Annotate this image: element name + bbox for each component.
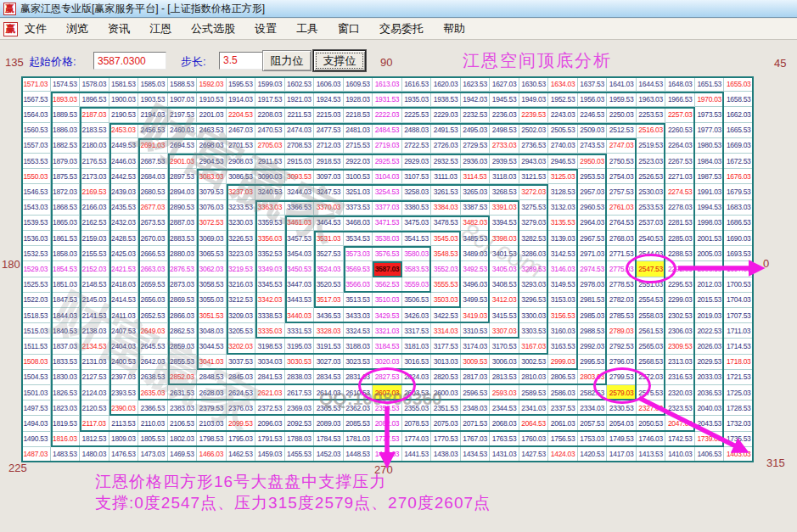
support-button[interactable]: 支撑位 bbox=[313, 50, 366, 71]
grid-cell: 3296.53 bbox=[519, 293, 549, 308]
start-price-input[interactable] bbox=[93, 52, 166, 70]
grid-cell: 3482.03 bbox=[461, 216, 491, 231]
grid-cell: 1704.03 bbox=[724, 293, 754, 308]
grid-cell: 1606.03 bbox=[314, 76, 344, 92]
grid-cell: 2239.53 bbox=[519, 107, 549, 122]
grid-cell: 2432.03 bbox=[109, 216, 139, 231]
grid-cell: 3118.03 bbox=[490, 169, 519, 184]
grid-cell: 3202.03 bbox=[227, 339, 256, 354]
grid-cell: 3254.53 bbox=[373, 184, 402, 199]
grid-cell: 1966.53 bbox=[665, 92, 695, 107]
grid-cell: 2988.53 bbox=[578, 323, 608, 339]
grid-cell: 3559.03 bbox=[402, 277, 432, 293]
resistance-button[interactable]: 阻力位 bbox=[262, 50, 312, 71]
grid-cell: 3412.03 bbox=[490, 293, 519, 308]
grid-cell: 2215.03 bbox=[314, 107, 344, 122]
grid-cell: 3037.53 bbox=[227, 355, 256, 370]
grid-cell: 3422.53 bbox=[431, 308, 461, 323]
grid-cell: 1438.03 bbox=[431, 447, 461, 462]
grid-cell: 2859.03 bbox=[168, 339, 198, 354]
grid-cell: 2365.53 bbox=[314, 400, 344, 416]
menu-item-8[interactable]: 窗口 bbox=[338, 21, 360, 36]
grid-cell: 2110.03 bbox=[138, 416, 168, 431]
grid-cell: 2897.53 bbox=[168, 169, 198, 184]
grid-cell: 2957.03 bbox=[578, 184, 608, 199]
menu-item-1[interactable]: 文件 bbox=[25, 21, 47, 36]
grid-cell: 2036.53 bbox=[695, 385, 725, 400]
grid-cell: 2281.53 bbox=[665, 216, 695, 231]
grid-cell: 1900.03 bbox=[109, 92, 139, 107]
grid-cell: 1406.53 bbox=[695, 447, 725, 462]
grid-cell: 2554.53 bbox=[637, 293, 666, 308]
grid-cell: 1679.53 bbox=[724, 184, 754, 199]
grid-cell: 1805.53 bbox=[138, 432, 168, 447]
grid-cell: 2841.53 bbox=[255, 370, 285, 385]
grid-cell: 2505.53 bbox=[548, 123, 578, 138]
grid-cell: 2533.53 bbox=[637, 200, 666, 216]
grid-cell: 3121.53 bbox=[519, 169, 549, 184]
grid-cell: 3583.53 bbox=[402, 261, 432, 277]
grid-cell: 2134.53 bbox=[80, 339, 109, 354]
grid-cell: 1434.53 bbox=[461, 447, 491, 462]
grid-cell: 2761.03 bbox=[607, 200, 637, 216]
grid-cell: 2922.03 bbox=[344, 154, 373, 169]
grid-cell: 3111.03 bbox=[431, 169, 461, 184]
grid-cell: 2197.53 bbox=[168, 107, 198, 122]
grid-cell: 2488.03 bbox=[402, 123, 432, 138]
grid-cell: 3135.53 bbox=[548, 216, 578, 231]
grid-cell: 1896.53 bbox=[80, 92, 109, 107]
grid-cell: 3352.53 bbox=[255, 246, 285, 261]
menu-item-3[interactable]: 资讯 bbox=[108, 21, 130, 36]
title-bar: 赢 赢家江恩专业版[赢家服务平台] - [上证指数价格正方形] bbox=[0, 0, 797, 18]
grid-cell: 3562.53 bbox=[373, 277, 402, 293]
grid-cell: 1784.53 bbox=[314, 432, 344, 447]
grid-cell: 1840.53 bbox=[51, 323, 81, 339]
grid-cell: 2862.53 bbox=[168, 323, 198, 339]
grid-cell: 2869.53 bbox=[168, 293, 198, 308]
grid-cell: 1459.03 bbox=[255, 447, 285, 462]
menu-item-9[interactable]: 交易委托 bbox=[379, 21, 424, 36]
grid-cell: 2313.03 bbox=[665, 355, 695, 370]
menu-item-5[interactable]: 公式选股 bbox=[191, 21, 235, 36]
grid-cell: 1732.03 bbox=[724, 416, 754, 431]
grid-cell: 1858.03 bbox=[51, 246, 81, 261]
grid-cell: 3184.53 bbox=[373, 339, 402, 354]
menu-item-7[interactable]: 工具 bbox=[296, 21, 318, 36]
menu-item-2[interactable]: 浏览 bbox=[66, 21, 88, 36]
grid-cell: 3100.53 bbox=[344, 169, 373, 184]
grid-cell: 2428.53 bbox=[109, 231, 139, 246]
grid-cell: 3226.53 bbox=[227, 231, 256, 246]
grid-cell: 3391.03 bbox=[490, 200, 519, 216]
grid-cell: 1480.03 bbox=[80, 447, 109, 462]
grid-cell: 2253.53 bbox=[637, 107, 666, 122]
menu-item-6[interactable]: 设置 bbox=[255, 21, 277, 36]
grid-cell: 1938.53 bbox=[431, 92, 461, 107]
grid-cell: 3331.53 bbox=[285, 323, 315, 339]
grid-cell: 1522.03 bbox=[21, 293, 51, 308]
grid-cell: 1651.53 bbox=[695, 76, 725, 92]
grid-cell: 2887.03 bbox=[168, 216, 198, 231]
grid-cell: 1798.53 bbox=[197, 432, 227, 447]
grid-cell: 1949.03 bbox=[519, 92, 549, 107]
grid-cell: 1725.03 bbox=[724, 385, 754, 400]
grid-cell: 1809.03 bbox=[109, 432, 139, 447]
grid-cell: 2743.53 bbox=[578, 138, 608, 154]
angle-label-45: 45 bbox=[774, 57, 786, 70]
grid-cell: 2421.53 bbox=[109, 261, 139, 277]
grid-cell: 2008.53 bbox=[695, 261, 725, 277]
grid-cell: 3076.03 bbox=[197, 200, 227, 216]
window-title: 赢家江恩专业版[赢家服务平台] - [上证指数价格正方形] bbox=[20, 2, 265, 16]
grid-cell: 1424.03 bbox=[548, 447, 578, 462]
menu-item-4[interactable]: 江恩 bbox=[149, 21, 171, 36]
grid-cell: 2768.03 bbox=[607, 231, 637, 246]
menu-item-10[interactable]: 帮助 bbox=[443, 21, 465, 36]
grid-cell: 3251.03 bbox=[344, 184, 373, 199]
grid-cell: 2691.03 bbox=[138, 138, 168, 154]
grid-cell: 2960.53 bbox=[578, 200, 608, 216]
grid-cell: 2061.03 bbox=[548, 416, 578, 431]
grid-cell: 2453.03 bbox=[109, 123, 139, 138]
grid-cell: 1658.53 bbox=[724, 92, 754, 107]
grid-cell: 3195.03 bbox=[285, 339, 315, 354]
grid-cell: 3013.03 bbox=[431, 355, 461, 370]
grid-cell: 3531.03 bbox=[314, 231, 344, 246]
